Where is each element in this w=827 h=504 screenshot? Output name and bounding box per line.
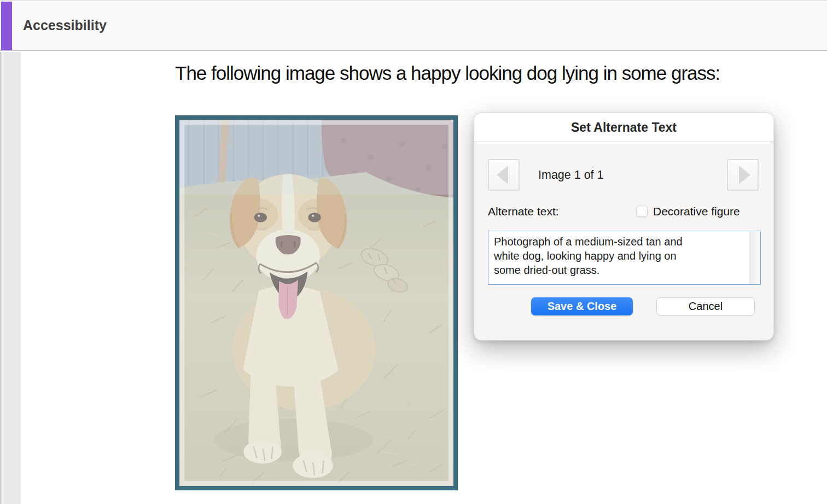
- header: Accessibility: [0, 0, 827, 51]
- image-counter: Image 1 of 1: [538, 159, 604, 191]
- left-sidebar: [0, 52, 21, 504]
- textarea-scrollbar[interactable]: [749, 231, 760, 284]
- page-title: Accessibility: [23, 17, 107, 33]
- next-image-button[interactable]: [727, 159, 759, 191]
- chevron-right-icon: [739, 166, 750, 184]
- document-heading: The following image shows a happy lookin…: [175, 62, 827, 84]
- chevron-left-icon: [497, 166, 508, 184]
- alternate-text-label: Alternate text:: [488, 205, 559, 218]
- set-alt-text-dialog: Set Alternate Text Image 1 of 1 Alternat…: [474, 113, 774, 341]
- decorative-figure-label[interactable]: Decorative figure: [653, 205, 740, 218]
- dialog-title: Set Alternate Text: [474, 113, 773, 142]
- app-window: Accessibility The following image shows …: [0, 0, 827, 504]
- alt-text-field-wrap: Photograph of a medium-sized tan and whi…: [488, 231, 761, 285]
- save-close-button[interactable]: Save & Close: [531, 297, 633, 315]
- cancel-button[interactable]: Cancel: [656, 297, 755, 315]
- alt-text-input[interactable]: Photograph of a medium-sized tan and whi…: [488, 231, 749, 284]
- decorative-figure-checkbox[interactable]: [636, 206, 648, 217]
- selected-image[interactable]: [175, 115, 458, 490]
- previous-image-button[interactable]: [488, 159, 520, 191]
- dog-photo-illustration: [179, 120, 453, 486]
- header-accent-bar: [1, 2, 12, 50]
